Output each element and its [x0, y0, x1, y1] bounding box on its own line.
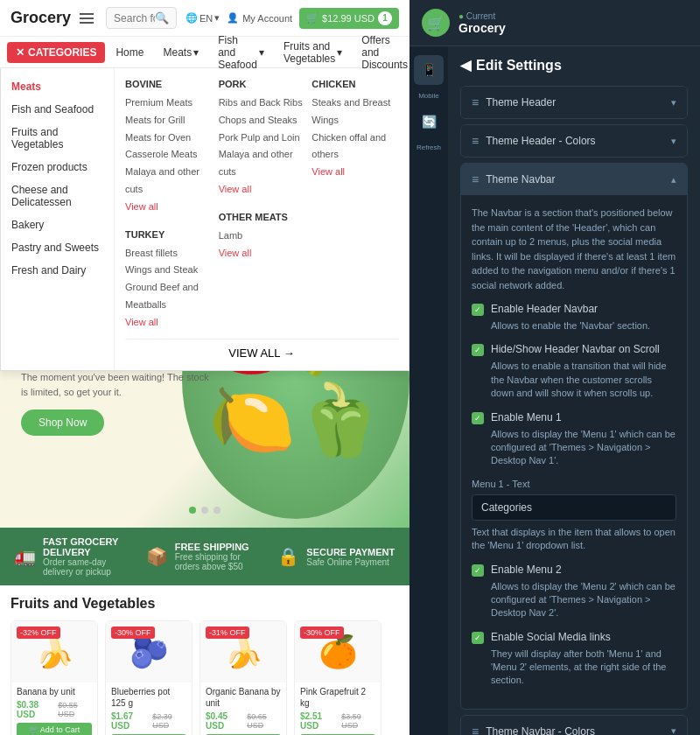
chicken-offal[interactable]: Chicken offal and others [312, 130, 398, 164]
enable-social-media-checkbox[interactable] [472, 632, 484, 644]
categories-button[interactable]: ✕ CATEGORIES [7, 42, 105, 63]
theme-header-colors-left: ≡ Theme Header - Colors [472, 134, 596, 148]
sidebar-mobile-icon[interactable]: 📱 [414, 55, 444, 85]
mega-left-fish[interactable]: Fish and Seafood [1, 98, 114, 121]
hide-show-navbar-desc: Allows to enable a transition that will … [472, 360, 676, 400]
organic-banana-info: Organic Banana by unit $0.45 USD $0.65 U… [200, 682, 286, 735]
bovine-casserole[interactable]: Casserole Meats [125, 146, 212, 164]
search-bar[interactable]: 🔍 [106, 7, 177, 29]
settings-panel: 🛒 ● Current Grocery 📱 Mobile 🔄 Refresh ◀… [410, 0, 700, 735]
theme-header-toggle[interactable]: ≡ Theme Header ▾ [461, 87, 687, 118]
feature-delivery-text: FAST GROCERY DELIVERY Order same-day del… [43, 536, 132, 577]
bovine-malaya[interactable]: Malaya and other cuts [125, 164, 212, 199]
organic-banana-prices: $0.45 USD $0.65 USD [206, 711, 281, 731]
accordion-theme-navbar: ≡ Theme Navbar ▴ The Navbar is a section… [460, 163, 688, 710]
hero-dot-2[interactable] [201, 507, 208, 514]
mega-left-frozen[interactable]: Frozen products [1, 156, 114, 178]
shipping-desc: Free shipping for orders above $50 [175, 552, 264, 571]
turkey-ground[interactable]: Ground Beef and Meatballs [125, 279, 212, 314]
enable-menu1-checkbox[interactable] [472, 412, 484, 424]
features-bar: 🚛 FAST GROCERY DELIVERY Order same-day d… [0, 528, 410, 585]
pork-malaya[interactable]: Malaya and other cuts [219, 146, 305, 181]
hero-dots [189, 507, 220, 514]
turkey-view-all[interactable]: View all [125, 314, 212, 332]
other-view-all[interactable]: View all [219, 245, 305, 262]
navbar-description: The Navbar is a section that's positione… [472, 206, 676, 292]
blueberries-info: Blueberries pot 125 g $1.67 USD $2.39 US… [106, 682, 192, 735]
banana-old-price: $0.55 USD [58, 701, 92, 718]
chicken-wings[interactable]: Wings [312, 112, 398, 130]
toggle-hide-show-navbar: Hide/Show Header Navbar on Scroll Allows… [472, 343, 676, 400]
chicken-steaks[interactable]: Steaks and Breast [312, 94, 398, 112]
navbar-colors-toggle[interactable]: ≡ Theme Navbar - Colors ▾ [461, 716, 687, 735]
grapefruit-name: Pink Grapefruit 2 kg [300, 686, 375, 709]
hero-dot-3[interactable] [214, 507, 220, 514]
organic-banana-old-price: $0.65 USD [247, 712, 281, 730]
enable-header-navbar-checkbox[interactable] [472, 304, 484, 316]
mega-left-cheese[interactable]: Cheese and Delicatessen [1, 178, 114, 214]
chicken-view-all[interactable]: View all [312, 164, 398, 181]
hero-dot-1[interactable] [189, 507, 196, 514]
menu1-text-input[interactable] [472, 494, 676, 521]
payment-title: SECURE PAYMENT [306, 547, 395, 557]
pork-pulp[interactable]: Pork Pulp and Loin [219, 130, 305, 147]
bovine-view-all[interactable]: View all [125, 199, 212, 216]
enable-header-navbar-header: Enable Header Navbar [472, 303, 676, 316]
cart-button[interactable]: 🛒 $12.99 USD 1 [299, 8, 399, 29]
pork-ribs[interactable]: Ribs and Back Ribs [219, 94, 305, 112]
shop-now-button[interactable]: Shop Now [21, 410, 104, 436]
bovine-oven[interactable]: Meats for Oven [125, 130, 212, 147]
grapefruit-new-price: $2.51 USD [300, 711, 338, 731]
account-button[interactable]: 👤 My Account [227, 12, 292, 24]
bovine-premium[interactable]: Premium Meats [125, 94, 212, 112]
delivery-title: FAST GROCERY DELIVERY [43, 536, 132, 557]
pork-view-all[interactable]: View all [219, 181, 305, 199]
mega-left-fruits[interactable]: Fruits and Vegetables [1, 121, 114, 156]
hide-show-navbar-checkbox[interactable] [472, 344, 484, 356]
enable-social-media-header: Enable Social Media links [472, 631, 676, 644]
banana-prices: $0.38 USD $0.55 USD [17, 700, 92, 719]
blueberries-prices: $1.67 USD $2.39 USD [111, 711, 186, 731]
blueberries-badge: -30% OFF [111, 626, 155, 639]
mega-view-all[interactable]: VIEW ALL → [125, 339, 398, 360]
bovine-grill[interactable]: Meats for Grill [125, 112, 212, 130]
enable-menu1-label: Enable Menu 1 [491, 411, 562, 424]
store-nav: ✕ CATEGORIES Home Meats ▾ Fish and Seafo… [0, 37, 410, 68]
mega-left-pastry[interactable]: Pastry and Sweets [1, 236, 114, 259]
enable-menu2-checkbox[interactable] [472, 564, 484, 577]
mega-left-meats[interactable]: Meats [1, 75, 114, 98]
payment-icon: 🔒 [277, 546, 299, 567]
sidebar-refresh-icon[interactable]: 🔄 [414, 107, 444, 136]
theme-navbar-left: ≡ Theme Navbar [472, 172, 556, 186]
navbar-colors-title: Theme Navbar - Colors [486, 725, 595, 735]
other-lamb[interactable]: Lamb [219, 228, 305, 245]
pork-chops[interactable]: Chops and Steaks [219, 112, 305, 130]
mega-left-fresh[interactable]: Fresh and Dairy [1, 259, 114, 282]
hamburger-menu-icon[interactable] [80, 13, 94, 24]
turkey-breast[interactable]: Breast fillets [125, 245, 212, 262]
theme-header-title: Theme Header [486, 96, 556, 108]
banana-name: Banana by unit [17, 686, 92, 697]
search-input[interactable] [114, 12, 155, 24]
mega-col-pork: PORK Ribs and Back Ribs Chops and Steaks… [219, 79, 305, 332]
nav-fruits[interactable]: Fruits and Vegetables ▾ [275, 35, 351, 70]
banana-add-cart[interactable]: 🛒 Add to Cart [17, 723, 92, 735]
nav-home[interactable]: Home [107, 41, 152, 64]
menu1-text-section: Menu 1 - Text Text that displays in the … [472, 479, 676, 553]
theme-navbar-toggle[interactable]: ≡ Theme Navbar ▴ [461, 164, 687, 195]
delivery-desc: Order same-day delivery or pickup [43, 557, 132, 577]
back-arrow-icon[interactable]: ◀ [460, 57, 471, 74]
language-selector[interactable]: 🌐 EN ▾ [186, 12, 220, 24]
feature-delivery: 🚛 FAST GROCERY DELIVERY Order same-day d… [14, 536, 132, 577]
nav-meats[interactable]: Meats ▾ [154, 41, 207, 64]
navbar-colors-icon: ≡ [472, 724, 479, 735]
theme-header-colors-toggle[interactable]: ≡ Theme Header - Colors ▾ [461, 125, 687, 157]
turkey-wings[interactable]: Wings and Steak [125, 262, 212, 279]
enable-social-media-desc: They will display after both 'Menu 1' an… [472, 648, 676, 688]
mega-col-chicken: CHICKEN Steaks and Breast Wings Chicken … [312, 79, 398, 332]
accordion-navbar-colors: ≡ Theme Navbar - Colors ▾ [460, 715, 688, 735]
mega-left-bakery[interactable]: Bakery [1, 214, 114, 236]
panel-current-label: ● Current [458, 11, 688, 21]
search-icon[interactable]: 🔍 [155, 11, 169, 24]
panel-content: ◀ Edit Settings ≡ Theme Header ▾ ≡ [448, 46, 700, 735]
